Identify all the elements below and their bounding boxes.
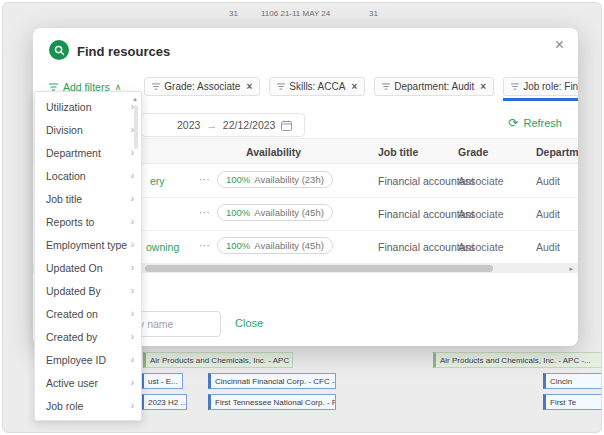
filter-icon [277, 83, 285, 90]
gantt-bar: Cincinnati Financial Corp. - CFC - 20... [208, 373, 336, 389]
availability-percent: 100% [226, 240, 250, 251]
add-filters-menu: ▲ Utilization› Division› Department› Loc… [34, 91, 142, 421]
app-background: 31 1106 21-11 MAY 24 31 Air Products and… [2, 2, 602, 433]
menu-item-updated-on[interactable]: Updated On› [35, 256, 141, 279]
timeline-label: 31 [369, 9, 378, 18]
refresh-button[interactable]: ⟳ Refresh [508, 116, 562, 130]
filter-chip-label: Grade: Associate [164, 81, 240, 92]
timeline-label: 1106 21-11 MAY 24 [261, 9, 330, 18]
availability-percent: 100% [226, 207, 250, 218]
availability-badge: 100% Availability (45h) [217, 237, 333, 254]
menu-item-label: Job title [46, 193, 82, 205]
menu-item-location[interactable]: Location› [35, 164, 141, 187]
chevron-right-icon: › [131, 193, 134, 204]
filter-icon [511, 83, 519, 90]
menu-item-label: Utilization [46, 101, 92, 113]
menu-item-label: Reports to [46, 216, 94, 228]
close-button[interactable]: Close [235, 317, 263, 329]
availability-percent: 100% [226, 174, 250, 185]
chevron-right-icon: › [131, 262, 134, 273]
arrow-right-icon: → [206, 119, 217, 131]
start-date: 2023 [177, 119, 200, 131]
menu-item-updated-by[interactable]: Updated By› [35, 279, 141, 302]
column-header-availability: Availability [246, 146, 301, 158]
department-cell: Audit [536, 241, 560, 253]
menu-item-label: Employment type [46, 239, 127, 251]
menu-item-department[interactable]: Department› [35, 141, 141, 164]
availability-hours: Availability (45h) [254, 240, 324, 251]
chevron-right-icon: › [131, 331, 134, 342]
resource-name-link[interactable]: ery [150, 175, 165, 187]
menu-item-label: Division [46, 124, 83, 136]
menu-item-label: Created by [46, 331, 97, 343]
horizontal-scrollbar-thumb[interactable] [145, 265, 493, 272]
availability-badge: 100% Availability (23h) [217, 171, 333, 188]
menu-item-label: Updated On [46, 262, 103, 274]
chevron-right-icon: › [131, 239, 134, 250]
menu-item-created-by[interactable]: Created by› [35, 325, 141, 348]
gantt-bar: Air Products and Chemicals, Inc. - APC -… [143, 352, 293, 368]
grade-cell: Associate [458, 175, 504, 187]
filter-chip-label: Job role: Financial accountant [523, 81, 578, 92]
menu-item-employment-type[interactable]: Employment type› [35, 233, 141, 256]
row-menu-icon[interactable]: ⋯ [199, 239, 211, 252]
menu-item-label: Active user [46, 377, 98, 389]
filter-chip-job-role[interactable]: Job role: Financial accountant × [503, 77, 578, 96]
modal-title: Find resources [77, 44, 170, 59]
timeline-label: 31 [229, 9, 238, 18]
gantt-bar: First Te [543, 394, 602, 410]
end-date: 22/12/2023 [223, 119, 276, 131]
chevron-right-icon: › [131, 216, 134, 227]
menu-item-active-user[interactable]: Active user› [35, 371, 141, 394]
close-icon[interactable]: × [480, 81, 486, 92]
menu-item-reports-to[interactable]: Reports to› [35, 210, 141, 233]
gantt-bar: ust - E... [141, 373, 183, 389]
menu-item-label: Created on [46, 308, 98, 320]
column-header-job-title: Job title [378, 146, 418, 158]
menu-item-label: Location [46, 170, 86, 182]
refresh-label: Refresh [523, 117, 562, 129]
chevron-right-icon: › [131, 147, 134, 158]
row-menu-icon[interactable]: ⋯ [199, 206, 211, 219]
availability-badge: 100% Availability (45h) [217, 204, 333, 221]
chevron-right-icon: › [131, 170, 134, 181]
filter-chip-department[interactable]: Department: Audit × [374, 77, 494, 96]
chevron-right-icon: › [131, 101, 134, 112]
menu-item-job-role[interactable]: Job role› [35, 394, 141, 417]
menu-item-label: Updated By [46, 285, 101, 297]
department-cell: Audit [536, 175, 560, 187]
close-icon[interactable]: × [351, 81, 357, 92]
column-header-grade: Grade [458, 146, 488, 158]
chevron-right-icon: › [131, 124, 134, 135]
chevron-right-icon: › [131, 377, 134, 388]
menu-item-utilization[interactable]: Utilization› [35, 95, 141, 118]
close-icon[interactable]: × [555, 36, 564, 54]
menu-item-created-on[interactable]: Created on› [35, 302, 141, 325]
filter-chip-grade[interactable]: Grade: Associate × [144, 77, 260, 96]
filter-icon [152, 83, 160, 90]
date-range-picker[interactable]: 2023 → 22/12/2023 [141, 113, 305, 137]
calendar-icon [281, 120, 292, 131]
filter-chip-label: Skills: ACCA [289, 81, 345, 92]
menu-item-label: Employee ID [46, 354, 106, 366]
filter-chip-skills[interactable]: Skills: ACCA × [269, 77, 365, 96]
gantt-bar: First Tennessee National Corp. - FTN ... [208, 394, 336, 410]
grade-cell: Associate [458, 241, 504, 253]
row-menu-icon[interactable]: ⋯ [199, 173, 211, 186]
gantt-bar: Air Products and Chemicals, Inc. - APC -… [433, 352, 602, 368]
search-icon [49, 40, 69, 60]
menu-item-label: Job role [46, 400, 83, 412]
chevron-right-icon: › [131, 308, 134, 319]
refresh-icon: ⟳ [508, 116, 518, 130]
close-icon[interactable]: × [246, 81, 252, 92]
scroll-right-icon[interactable]: ▸ [569, 265, 573, 273]
menu-item-job-title[interactable]: Job title› [35, 187, 141, 210]
column-header-department: Department [536, 146, 578, 158]
chevron-right-icon: › [131, 354, 134, 365]
chevron-right-icon: › [131, 400, 134, 411]
resource-name-link[interactable]: owning [146, 241, 179, 253]
menu-item-division[interactable]: Division› [35, 118, 141, 141]
availability-hours: Availability (45h) [254, 207, 324, 218]
menu-item-employee-id[interactable]: Employee ID› [35, 348, 141, 371]
chevron-up-icon: ∧ [115, 82, 122, 92]
